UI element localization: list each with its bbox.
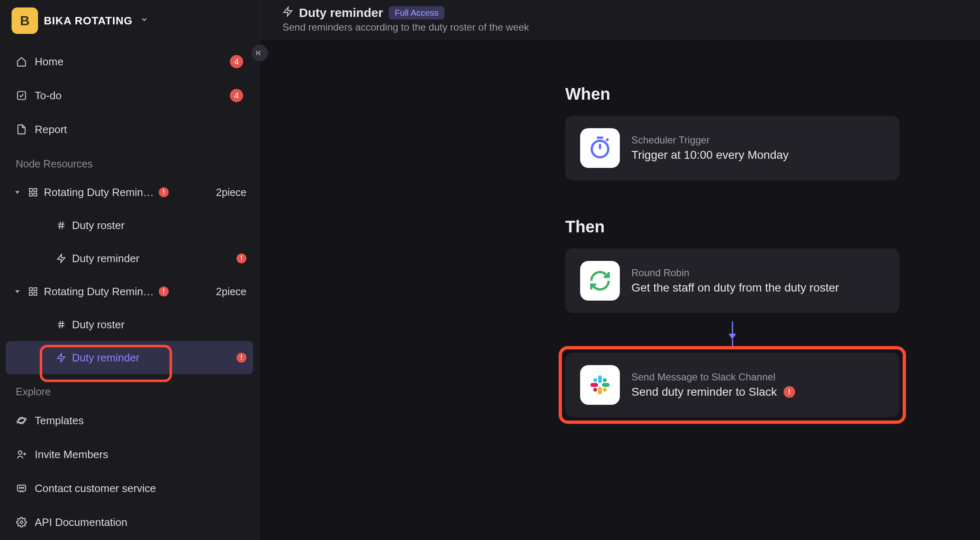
gear-icon [16,517,27,528]
hash-icon [55,320,67,330]
workspace-name: BIKA ROTATING [44,14,133,27]
svg-line-19 [62,321,63,328]
svg-line-36 [606,139,608,141]
svg-rect-0 [17,91,26,100]
nav-home[interactable]: Home 4 [6,45,253,79]
svg-marker-1 [15,191,20,194]
tree-item-label: Duty roster [72,318,124,331]
tree-group-rotating-1[interactable]: Rotating Duty Remin… ! 2piece [6,176,253,209]
svg-point-28 [21,487,22,488]
section-explore: Explore [6,374,253,404]
stopwatch-icon [580,128,620,168]
step-card-round-robin[interactable]: Round Robin Get the staff on duty from t… [565,248,899,313]
svg-rect-5 [34,193,37,196]
svg-rect-2 [29,189,32,191]
card-label: Round Robin [631,267,884,279]
nav-home-label: Home [35,55,222,68]
page-header: Duty reminder Full Access Send reminders… [259,0,980,39]
nav-invite[interactable]: Invite Members [6,437,253,471]
tree-item-label: Duty roster [72,219,124,232]
document-icon [16,124,27,135]
page-subtitle: Send reminders according to the duty ros… [282,22,957,33]
tree-item-duty-roster-2[interactable]: Duty roster [6,308,253,341]
when-heading: When [565,85,899,103]
warning-icon: ! [159,287,169,296]
bolt-icon [55,353,67,363]
svg-point-22 [16,417,26,424]
nav-report-label: Report [35,123,243,136]
grid-icon [27,287,39,296]
workspace-switcher[interactable]: B BIKA ROTATING [6,3,253,43]
svg-rect-14 [29,292,32,295]
nav-todo-badge: 4 [230,89,243,102]
warning-icon: ! [784,386,795,398]
section-node-resources: Node Resources [6,146,253,176]
slack-icon [580,365,620,405]
nav-home-badge: 4 [230,55,243,68]
nav-contact[interactable]: Contact customer service [6,471,253,505]
nav-templates[interactable]: Templates [6,404,253,437]
tree-group-label: Rotating Duty Remin… [44,186,154,199]
sidebar: B BIKA ROTATING Home 4 To-do 4 [0,0,259,540]
svg-rect-4 [29,193,32,196]
nav-report[interactable]: Report [6,112,253,146]
connector-arrow [565,321,899,349]
tree-group-rotating-2[interactable]: Rotating Duty Remin… ! 2piece [6,275,253,308]
tree-item-label: Duty reminder [72,351,139,364]
svg-marker-10 [57,254,65,263]
hash-icon [55,220,67,230]
svg-line-9 [62,222,63,229]
svg-point-23 [18,451,22,454]
main-content: Duty reminder Full Access Send reminders… [259,0,980,540]
nav-invite-label: Invite Members [35,448,243,461]
user-plus-icon [16,449,27,460]
svg-rect-37 [598,375,602,383]
step-card-slack[interactable]: Send Message to Slack Channel Send duty … [565,353,899,417]
workspace-logo: B [12,7,38,34]
svg-line-18 [60,321,60,328]
svg-point-43 [603,388,607,392]
svg-marker-20 [57,354,65,362]
svg-marker-32 [284,7,292,16]
card-title: Send duty reminder to Slack ! [631,385,884,399]
page-title: Duty reminder [299,6,383,20]
bolt-icon [55,253,67,263]
chevron-down-icon [12,189,22,196]
tree-item-duty-reminder-2[interactable]: Duty reminder ! [6,341,253,374]
chat-icon [16,483,27,494]
chevron-down-icon [140,15,148,26]
access-chip[interactable]: Full Access [389,6,444,19]
card-title: Get the staff on duty from the duty rost… [631,281,884,294]
svg-rect-15 [34,292,37,295]
svg-marker-11 [15,290,20,293]
refresh-icon [580,261,620,301]
svg-line-8 [60,222,60,229]
grid-icon [27,187,39,197]
tree-item-duty-reminder-1[interactable]: Duty reminder ! [6,242,253,275]
svg-point-30 [20,521,23,524]
svg-rect-40 [590,383,598,387]
svg-point-27 [19,487,20,488]
tree-group-count: 2piece [216,286,246,298]
svg-rect-3 [34,189,37,191]
warning-icon: ! [237,253,246,263]
automation-canvas[interactable]: When Scheduler Trigger Trigger at 10:00 … [259,39,980,540]
tree-item-label: Duty reminder [72,252,139,265]
then-heading: Then [565,217,899,236]
nav-api-label: API Documentation [35,516,243,529]
checkbox-icon [16,90,27,101]
svg-rect-13 [34,288,37,291]
nav-todo[interactable]: To-do 4 [6,79,253,112]
tree-group-label: Rotating Duty Remin… [44,285,154,298]
nav-templates-label: Templates [35,414,243,427]
collapse-sidebar-button[interactable] [251,45,268,61]
trigger-card[interactable]: Scheduler Trigger Trigger at 10:00 every… [565,116,899,180]
tree-item-duty-roster-1[interactable]: Duty roster [6,209,253,242]
card-label: Scheduler Trigger [631,134,884,146]
warning-icon: ! [159,187,169,197]
bolt-icon [282,6,293,19]
chevron-down-icon [12,288,22,295]
nav-todo-label: To-do [35,89,222,102]
card-title: Trigger at 10:00 every Monday [631,148,884,162]
nav-api[interactable]: API Documentation [6,505,253,539]
